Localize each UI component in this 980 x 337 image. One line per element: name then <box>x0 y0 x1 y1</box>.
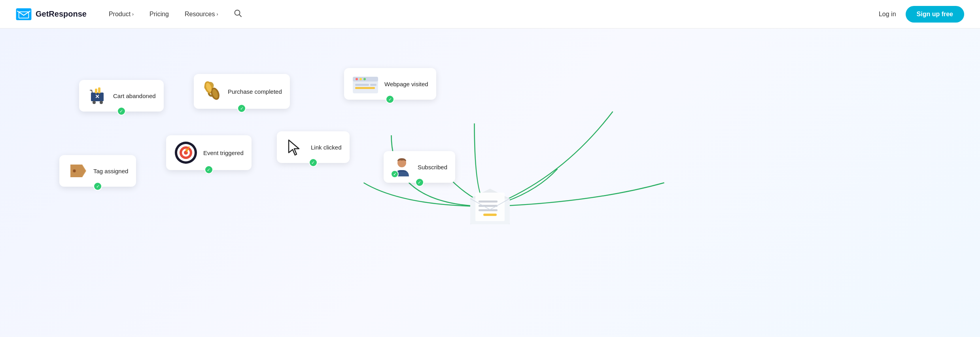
nav-right: Log in Sign up free <box>879 6 964 23</box>
svg-point-7 <box>93 101 96 104</box>
card-tag-assigned: Tag assigned ✓ <box>59 155 136 187</box>
card-event-triggered: Event triggered ✓ <box>166 135 252 170</box>
cart-icon: ✕ <box>87 85 108 106</box>
webpage-icon <box>352 74 379 94</box>
purchase-completed-label: Purchase completed <box>228 88 282 95</box>
event-triggered-label: Event triggered <box>203 150 244 156</box>
cart-check-badge: ✓ <box>117 107 126 115</box>
login-button[interactable]: Log in <box>879 11 896 18</box>
logo-icon <box>16 8 32 20</box>
signup-button[interactable]: Sign up free <box>906 6 964 23</box>
envelope-icon <box>468 187 512 226</box>
svg-line-3 <box>239 15 241 17</box>
logo-text: GetResponse <box>36 9 87 19</box>
chevron-icon: › <box>132 11 134 17</box>
tag-check-badge: ✓ <box>93 182 102 191</box>
nav-pricing[interactable]: Pricing <box>143 8 175 21</box>
svg-text:✕: ✕ <box>95 93 100 100</box>
svg-point-21 <box>363 78 366 80</box>
card-purchase-completed: Purchase completed ✓ <box>194 74 290 109</box>
event-check-badge: ✓ <box>204 165 213 174</box>
tag-assigned-label: Tag assigned <box>93 168 128 174</box>
link-clicked-label: Link clicked <box>311 144 342 151</box>
search-button[interactable] <box>227 6 248 22</box>
svg-rect-38 <box>479 201 498 203</box>
svg-rect-24 <box>370 84 376 86</box>
cart-abandoned-label: Cart abandoned <box>113 93 156 99</box>
center-envelope <box>468 187 512 228</box>
nav-resources[interactable]: Resources › <box>178 8 224 21</box>
search-icon <box>234 9 242 17</box>
svg-rect-9 <box>95 89 97 93</box>
webpage-visited-label: Webpage visited <box>384 81 428 87</box>
tag-icon <box>67 161 88 181</box>
purchase-check-badge: ✓ <box>237 104 246 113</box>
card-link-clicked: Link clicked ✓ <box>277 131 350 163</box>
subscribed-label: Subscribed <box>418 164 447 170</box>
person-check-badge: ✓ <box>391 170 399 178</box>
svg-point-19 <box>356 78 358 80</box>
cursor-icon <box>285 137 305 157</box>
svg-point-20 <box>359 78 362 80</box>
svg-rect-23 <box>355 87 375 89</box>
svg-marker-34 <box>289 140 299 155</box>
chain-icon <box>202 80 222 103</box>
svg-point-26 <box>74 170 76 172</box>
subscribed-check-badge: ✓ <box>415 178 424 187</box>
workflow-canvas: ✕ Cart abandoned ✓ Purchase completed <box>0 28 980 337</box>
svg-rect-41 <box>483 214 497 216</box>
target-icon <box>174 141 198 165</box>
svg-rect-39 <box>479 205 498 207</box>
svg-rect-22 <box>355 84 369 86</box>
svg-rect-10 <box>98 87 100 93</box>
card-webpage-visited: Webpage visited ✓ <box>344 68 436 100</box>
webpage-check-badge: ✓ <box>386 95 394 104</box>
nav-product[interactable]: Product › <box>102 8 140 21</box>
svg-rect-40 <box>479 209 498 211</box>
nav-links: Product › Pricing Resources › <box>102 6 879 22</box>
chevron-icon-resources: › <box>216 11 218 17</box>
person-container: ✓ <box>392 157 412 177</box>
card-cart-abandoned: ✕ Cart abandoned ✓ <box>79 80 164 112</box>
logo[interactable]: GetResponse <box>16 8 87 20</box>
card-subscribed: ✓ Subscribed ✓ <box>384 151 455 183</box>
navbar: GetResponse Product › Pricing Resources … <box>0 0 980 28</box>
link-check-badge: ✓ <box>309 158 318 167</box>
svg-point-8 <box>100 101 103 104</box>
connection-lines <box>0 28 980 337</box>
